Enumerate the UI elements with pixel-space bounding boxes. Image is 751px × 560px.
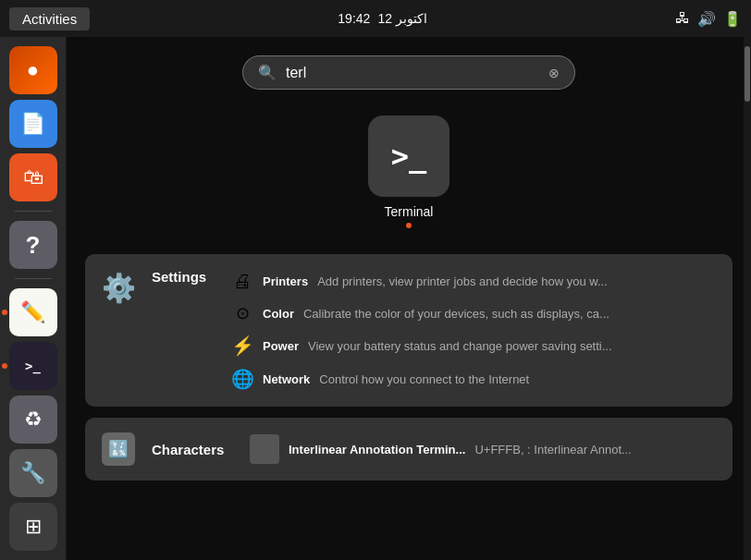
topbar-status-icons: 🖧 🔊 🔋 xyxy=(675,10,742,28)
sidebar-item-rhythmbox[interactable]: ● xyxy=(9,46,57,94)
terminal-active-dot xyxy=(2,363,7,369)
terminal-app-icon: >_ xyxy=(368,116,449,197)
characters-result-row[interactable]: ￻ Interlinear Annotation Termin... U+FFF… xyxy=(250,434,718,464)
scrollbar-track xyxy=(744,37,751,560)
characters-app-icon: 🔣 xyxy=(102,432,135,466)
texteditor-icon: ✏️ xyxy=(20,300,45,324)
color-title: Color xyxy=(263,307,294,321)
search-clear-button[interactable]: ⊗ xyxy=(548,66,560,80)
clock-time: 19:42 xyxy=(338,11,370,26)
writer-icon: 📄 xyxy=(20,112,45,136)
activities-button[interactable]: Activities xyxy=(9,7,90,30)
sidebar-item-terminal[interactable]: >_ xyxy=(9,342,57,390)
settings-results-section: ⚙️ Settings 🖨 Printers Add printers, vie… xyxy=(85,254,733,407)
sidebar-separator-2 xyxy=(15,278,52,279)
sidebar-item-trash[interactable]: ♻ xyxy=(9,396,57,444)
sidebar-item-apps-grid[interactable]: ⊞ xyxy=(9,503,57,551)
clock-date: 12 اکتوبر xyxy=(377,11,426,26)
printers-title: Printers xyxy=(263,274,308,288)
settings-section-icon-wrap: ⚙️ xyxy=(100,269,137,306)
volume-icon[interactable]: 🔊 xyxy=(697,10,716,28)
characters-app-icon-wrap: 🔣 xyxy=(100,431,137,468)
help-icon: ? xyxy=(26,231,41,260)
app-results-grid: >_ Terminal xyxy=(361,108,457,236)
printers-desc: Add printers, view printer jobs and deci… xyxy=(317,274,608,288)
sidebar-separator-1 xyxy=(15,211,52,212)
characters-result-desc: U+FFFB, ￻: Interlinear Annot... xyxy=(474,443,631,457)
trash-icon: ♻ xyxy=(24,408,43,432)
terminal-app-dot xyxy=(406,223,412,228)
main-search-overlay: 🔍 terl ⊗ >_ Terminal ⚙️ Settings 🖨 Print… xyxy=(67,37,751,560)
power-title: Power xyxy=(263,339,299,353)
settings-section-header: Settings xyxy=(152,267,216,285)
topbar: Activities 19:42 12 اکتوبر 🖧 🔊 🔋 xyxy=(0,0,751,37)
network-result-icon: 🌐 xyxy=(231,368,253,390)
texteditor-active-dot xyxy=(2,310,7,315)
characters-section-header: Characters xyxy=(152,442,235,457)
settings-gear-icon: ⚙️ xyxy=(102,272,136,304)
search-input[interactable]: terl xyxy=(286,65,539,81)
printers-result[interactable]: 🖨 Printers Add printers, view printer jo… xyxy=(231,267,718,296)
network-icon[interactable]: 🖧 xyxy=(675,10,690,27)
apps-grid-icon: ⊞ xyxy=(25,515,42,539)
rhythmbox-icon: ● xyxy=(27,58,39,82)
appstore-icon: 🛍 xyxy=(23,165,43,189)
network-result[interactable]: 🌐 Network Control how you connect to the… xyxy=(231,364,718,394)
color-result[interactable]: ⊙ Color Calibrate the color of your devi… xyxy=(231,299,718,327)
sidebar-item-gray[interactable]: 🔧 xyxy=(9,449,57,497)
characters-result-title: Interlinear Annotation Termin... xyxy=(289,443,465,457)
battery-icon[interactable]: 🔋 xyxy=(723,10,742,28)
gray-app-icon: 🔧 xyxy=(20,461,45,485)
power-result[interactable]: ⚡ Power View your battery status and cha… xyxy=(231,331,718,360)
characters-results-section: 🔣 Characters ￻ Interlinear Annotation Te… xyxy=(85,418,733,481)
terminal-sidebar-icon: >_ xyxy=(25,359,41,373)
search-container: 🔍 terl ⊗ xyxy=(242,55,575,90)
search-icon: 🔍 xyxy=(258,64,277,81)
topbar-clock: 19:42 12 اکتوبر xyxy=(338,11,427,26)
characters-result-icon: ￻ xyxy=(250,434,279,464)
sidebar-item-help[interactable]: ? xyxy=(9,221,57,269)
sidebar-item-appstore[interactable]: 🛍 xyxy=(9,153,57,201)
settings-results-list: 🖨 Printers Add printers, view printer jo… xyxy=(231,267,718,394)
network-desc: Control how you connect to the Internet xyxy=(319,372,529,386)
search-bar: 🔍 terl ⊗ xyxy=(242,55,575,90)
terminal-app-item[interactable]: >_ Terminal xyxy=(361,108,457,236)
color-icon: ⊙ xyxy=(231,303,253,323)
power-icon: ⚡ xyxy=(231,335,253,357)
color-desc: Calibrate the color of your devices, suc… xyxy=(303,307,609,321)
power-desc: View your battery status and change powe… xyxy=(308,339,612,353)
sidebar-item-libreoffice[interactable]: 📄 xyxy=(9,100,57,148)
terminal-app-label: Terminal xyxy=(385,204,434,219)
scrollbar-thumb[interactable] xyxy=(745,46,750,102)
sidebar-item-texteditor[interactable]: ✏️ xyxy=(9,288,57,336)
printers-icon: 🖨 xyxy=(231,271,253,292)
sidebar: ● 📄 🛍 ? ✏️ >_ ♻ 🔧 ⊞ xyxy=(0,37,67,560)
terminal-prompt-text: >_ xyxy=(391,141,427,171)
network-title: Network xyxy=(263,372,310,386)
